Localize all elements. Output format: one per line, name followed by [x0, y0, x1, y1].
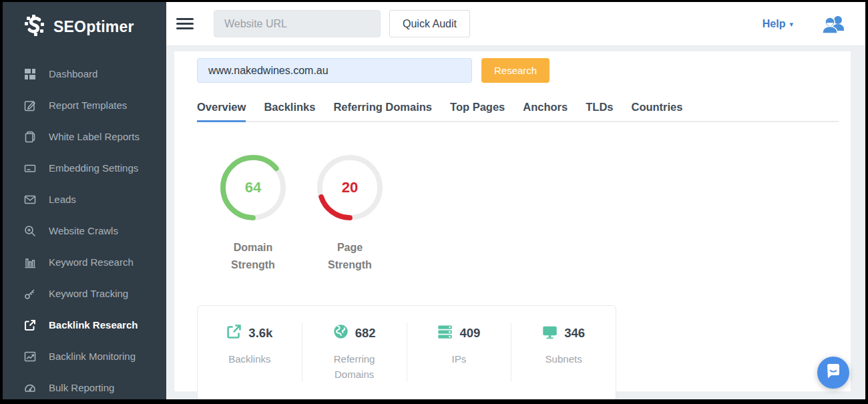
sidebar-item-dashboard[interactable]: Dashboard: [3, 58, 166, 89]
quick-audit-button[interactable]: Quick Audit: [389, 10, 470, 37]
tab-overview[interactable]: Overview: [197, 101, 246, 121]
external-link-icon: [23, 319, 36, 331]
strength-gauges: 64 Domain Strength 20: [218, 153, 839, 274]
website-url-input[interactable]: [214, 10, 381, 37]
sidebar-item-label: White Label Reports: [49, 131, 140, 142]
sidebar-item-website-crawls[interactable]: Website Crawls: [3, 215, 166, 246]
content-area: Research Overview Backlinks Referring Do…: [166, 46, 865, 399]
stat-value: 346: [564, 326, 585, 341]
stat-label: Backlinks: [219, 351, 280, 367]
stat-referring-domains: 682 Referring Domains: [302, 323, 407, 382]
sidebar-item-label: Bulk Reporting: [49, 382, 114, 393]
sidebar-item-label: Leads: [49, 194, 76, 205]
backlink-research-panel: Research Overview Backlinks Referring Do…: [174, 51, 851, 391]
server-icon: [437, 324, 453, 342]
sidebar-item-leads[interactable]: Leads: [3, 184, 166, 215]
sidebar-item-keyword-research[interactable]: Keyword Research: [3, 246, 166, 278]
envelope-icon: [23, 193, 36, 206]
topbar: Quick Audit Help ▾: [166, 2, 865, 46]
stat-label: Subnets: [533, 351, 594, 367]
sidebar-item-label: Keyword Tracking: [49, 288, 128, 299]
page-strength-label: Page Strength: [315, 239, 385, 274]
tab-backlinks[interactable]: Backlinks: [264, 101, 315, 121]
sidebar-item-embedding-settings[interactable]: Embedding Settings: [3, 152, 166, 184]
tab-countries[interactable]: Countries: [631, 101, 682, 121]
backlink-stats-card: 3.6k Backlinks: [197, 305, 616, 399]
sidebar-item-bulk-reporting[interactable]: Bulk Reporting: [3, 372, 166, 399]
brand-name: SEOptimer: [53, 18, 134, 36]
magnifier-plus-icon: [23, 224, 36, 237]
stat-value: 682: [355, 326, 376, 341]
monitor-icon: [542, 324, 558, 342]
app-frame: SEOptimer Dashboard Report Templates: [3, 2, 865, 399]
stat-backlinks: 3.6k Backlinks: [198, 323, 302, 382]
chat-bubble-icon: [825, 363, 842, 383]
sidebar-item-label: Backlink Research: [49, 319, 138, 331]
stat-label: IPs: [428, 351, 489, 367]
sidebar: SEOptimer Dashboard Report Templates: [3, 2, 166, 399]
report-templates-icon: [23, 99, 36, 112]
sidebar-nav: Dashboard Report Templates White Label R…: [3, 49, 166, 399]
page-strength-gauge: 20 Page Strength: [315, 153, 385, 274]
sidebar-item-label: Embedding Settings: [49, 162, 138, 174]
stat-ips: 409 IPs: [407, 323, 512, 382]
tab-referring-domains[interactable]: Referring Domains: [333, 101, 432, 121]
stat-value: 409: [459, 326, 480, 341]
external-link-icon: [226, 324, 242, 342]
tab-bar: Overview Backlinks Referring Domains Top…: [197, 101, 839, 122]
stat-label: Referring Domains: [324, 351, 385, 382]
sidebar-item-backlink-research[interactable]: Backlink Research: [3, 309, 166, 341]
tab-top-pages[interactable]: Top Pages: [450, 101, 505, 121]
seoptimer-logo[interactable]: SEOptimer: [3, 2, 166, 49]
sidebar-item-label: Website Crawls: [49, 225, 118, 236]
tab-anchors[interactable]: Anchors: [523, 101, 568, 121]
page-strength-value: 20: [315, 153, 385, 222]
sidebar-item-label: Backlink Monitoring: [49, 351, 136, 362]
sidebar-item-keyword-tracking[interactable]: Keyword Tracking: [3, 278, 166, 309]
sidebar-item-label: Dashboard: [49, 68, 97, 79]
hamburger-menu-icon[interactable]: [176, 18, 194, 30]
white-label-reports-icon: [23, 130, 36, 143]
globe-icon: [333, 324, 349, 342]
research-button[interactable]: Research: [481, 58, 550, 83]
stat-value: 3.6k: [248, 326, 272, 341]
tab-tlds[interactable]: TLDs: [586, 101, 613, 121]
research-url-input[interactable]: [197, 58, 472, 83]
help-menu[interactable]: Help ▾: [763, 18, 793, 30]
chevron-down-icon: ▾: [789, 20, 793, 29]
sidebar-item-white-label-reports[interactable]: White Label Reports: [3, 121, 166, 152]
stat-subnets: 346 Subnets: [511, 323, 616, 382]
domain-strength-gauge: 64 Domain Strength: [218, 153, 288, 274]
line-chart-icon: [23, 350, 36, 363]
sidebar-item-label: Report Templates: [49, 99, 127, 111]
dashboard-icon: [23, 67, 36, 80]
tachometer-icon: [23, 381, 36, 394]
domain-strength-value: 64: [218, 153, 288, 222]
sidebar-item-report-templates[interactable]: Report Templates: [3, 89, 166, 121]
sidebar-item-label: Keyword Research: [49, 256, 134, 268]
chat-launcher-button[interactable]: [817, 357, 849, 389]
domain-strength-label: Domain Strength: [218, 239, 288, 274]
embedding-settings-icon: [23, 162, 36, 174]
seoptimer-logo-icon: [23, 14, 47, 39]
key-icon: [23, 287, 36, 300]
research-search-row: Research: [197, 58, 839, 83]
bar-chart-icon: [23, 256, 36, 268]
sidebar-item-backlink-monitoring[interactable]: Backlink Monitoring: [3, 341, 166, 372]
help-label: Help: [763, 18, 786, 30]
account-avatar-icon[interactable]: [821, 14, 845, 34]
